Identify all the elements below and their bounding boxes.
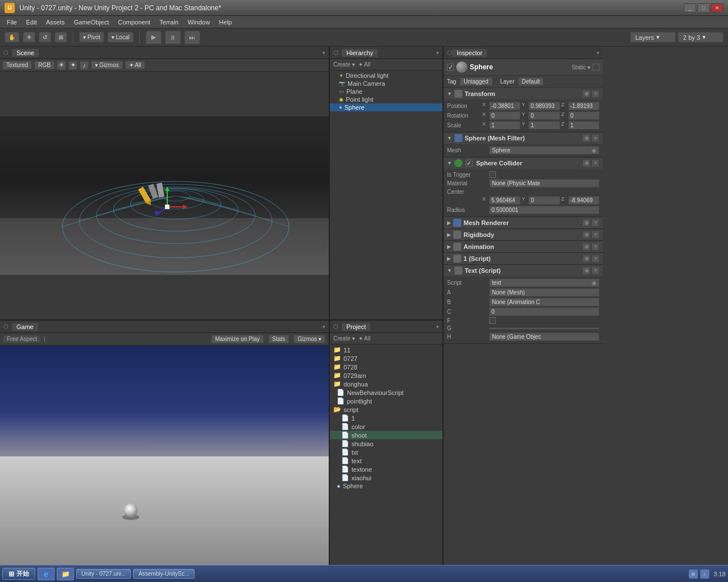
free-aspect-dropdown[interactable]: Free Aspect (3, 335, 40, 343)
menu-assets[interactable]: Assets (42, 18, 69, 27)
sphere-collider-header[interactable]: ▼ ✓ Sphere Collider ⚙ ? (444, 157, 603, 169)
pivot-button[interactable]: ▾ Pivot (79, 32, 104, 43)
animation-settings-button[interactable]: ⚙ (582, 243, 590, 251)
animation-header[interactable]: ▶ Animation ⚙ ? (444, 241, 603, 252)
menu-terrain[interactable]: Terrain (155, 18, 183, 27)
transform-help-button[interactable]: ? (592, 90, 599, 98)
project-item-pointlight[interactable]: 📄 pointlight (330, 397, 442, 405)
hierarchy-create-button[interactable]: Create ▾ (333, 61, 355, 68)
scene-fx-button[interactable]: ✦ (68, 61, 77, 70)
project-item-text[interactable]: 📄 text (330, 456, 442, 465)
mesh-renderer-help-button[interactable]: ? (592, 219, 599, 227)
text-script-settings-button[interactable]: ⚙ (582, 267, 590, 275)
g-value-field[interactable] (489, 327, 599, 330)
hierarchy-item-directional-light[interactable]: ☀ Directional light (330, 72, 442, 80)
script-1-header[interactable]: ▶ 1 (Script) ⚙ ? (444, 253, 603, 264)
static-checkbox[interactable] (593, 64, 599, 70)
gizmos-button[interactable]: ▾ Gizmos (91, 61, 123, 69)
rotation-z-field[interactable]: 0 (568, 111, 599, 120)
game-view[interactable] (0, 346, 329, 565)
material-value-field[interactable]: None (Physic Mate (489, 179, 599, 188)
menu-window[interactable]: Window (183, 18, 214, 27)
scale-tool-button[interactable]: ⊞ (55, 32, 67, 43)
menu-gameobject[interactable]: GameObject (69, 18, 114, 27)
mesh-filter-settings-button[interactable]: ⚙ (582, 134, 590, 142)
project-item-shubiao[interactable]: 📄 shubiao (330, 439, 442, 448)
menu-component[interactable]: Component (113, 18, 155, 27)
sphere-collider-settings-button[interactable]: ⚙ (582, 159, 590, 167)
project-tab[interactable]: Project (342, 323, 370, 331)
menu-file[interactable]: File (2, 18, 22, 27)
project-item-textone[interactable]: 📄 textone (330, 465, 442, 473)
position-x-field[interactable]: -0.38801 (489, 102, 520, 110)
c-value-field[interactable]: 0 (489, 307, 599, 316)
scene-tab[interactable]: Scene (12, 49, 39, 57)
project-item-script[interactable]: 📂 script (330, 405, 442, 414)
rigidbody-help-button[interactable]: ? (592, 231, 599, 239)
mesh-renderer-settings-button[interactable]: ⚙ (582, 219, 590, 227)
menu-help[interactable]: Help (214, 18, 237, 27)
scene-all-button[interactable]: ✦ All (125, 61, 145, 69)
transform-header[interactable]: ▼ Transform ⚙ ? (444, 88, 603, 99)
project-item-1[interactable]: 📄 1 (330, 414, 442, 422)
project-item-color[interactable]: 📄 color (330, 422, 442, 431)
scene-view[interactable] (0, 72, 329, 319)
rotation-y-field[interactable]: 0 (528, 111, 560, 120)
taskbar-ie-icon[interactable]: e (38, 568, 55, 580)
taskbar-assembly-item[interactable]: Assembly-UnitySc... (133, 569, 194, 579)
a-value-field[interactable]: None (Mesh) (489, 288, 599, 297)
scene-collapse[interactable]: ▾ (322, 50, 325, 56)
sphere-collider-help-button[interactable]: ? (592, 159, 599, 167)
mesh-filter-help-button[interactable]: ? (592, 134, 599, 142)
local-button[interactable]: ▾ Local (107, 32, 134, 43)
h-value-field[interactable]: None (Game Objec (489, 332, 599, 341)
project-item-newbehaviour[interactable]: 📄 NewBehaviourScript (330, 388, 442, 397)
taskbar-folder-icon[interactable]: 📁 (57, 568, 74, 580)
project-create-button[interactable]: Create ▾ (333, 335, 355, 342)
hierarchy-collapse[interactable]: ▾ (436, 50, 439, 56)
maximize-on-play-button[interactable]: Maximize on Play (211, 335, 263, 343)
rigidbody-settings-button[interactable]: ⚙ (582, 231, 590, 239)
project-item-txt[interactable]: 📄 txt (330, 448, 442, 456)
center-y-field[interactable]: 0 (528, 196, 560, 205)
inspector-collapse[interactable]: ▾ (597, 50, 599, 56)
game-tab[interactable]: Game (12, 323, 38, 331)
hierarchy-item-plane[interactable]: ▭ Plane (330, 88, 442, 95)
step-button[interactable]: ⏭ (184, 31, 200, 44)
rotation-x-field[interactable]: 0 (489, 111, 520, 120)
layers-dropdown[interactable]: Layers ▾ (630, 32, 676, 43)
project-item-shoot[interactable]: 📄 shoot (330, 431, 442, 439)
rotate-tool-button[interactable]: ↺ (39, 32, 51, 43)
scale-x-field[interactable]: 1 (489, 121, 520, 130)
move-tool-button[interactable]: ✛ (23, 32, 35, 43)
pause-button[interactable]: ⏸ (165, 31, 181, 44)
hand-tool-button[interactable]: ✋ (5, 32, 19, 43)
project-item-xiaohui[interactable]: 📄 xiaohui (330, 473, 442, 482)
radius-field[interactable]: 0.5000001 (489, 206, 599, 214)
rgb-button[interactable]: RGB (34, 61, 55, 69)
minimize-button[interactable]: _ (684, 3, 696, 13)
object-active-checkbox[interactable]: ✓ (447, 64, 454, 70)
taskbar-unity-item[interactable]: Unity - 0727.uni... (76, 569, 131, 579)
project-collapse[interactable]: ▾ (436, 324, 439, 330)
animation-help-button[interactable]: ? (592, 243, 599, 251)
project-item-0729am[interactable]: 📁 0729am (330, 371, 442, 380)
scene-light-button[interactable]: ☀ (57, 61, 66, 70)
mesh-filter-header[interactable]: ▼ Sphere (Mesh Filter) ⚙ ? (444, 132, 603, 144)
text-script-header[interactable]: ▼ Text (Script) ⚙ ? (444, 265, 603, 276)
script-value-field[interactable]: text ◉ (489, 278, 599, 287)
scene-audio-button[interactable]: ♪ (80, 61, 89, 70)
hierarchy-item-point-light[interactable]: ◉ Point light (330, 95, 442, 103)
project-item-0727[interactable]: 📁 0727 (330, 354, 442, 363)
scale-y-field[interactable]: 1 (528, 121, 560, 130)
rigidbody-header[interactable]: ▶ Rigidbody ⚙ ? (444, 229, 603, 240)
project-item-sphere-prefab[interactable]: ● Sphere (330, 482, 442, 490)
tag-dropdown[interactable]: Untagged (460, 77, 492, 86)
maximize-button[interactable]: □ (697, 3, 710, 13)
trigger-checkbox[interactable] (489, 171, 496, 178)
play-button[interactable]: ▶ (146, 31, 162, 44)
hierarchy-item-main-camera[interactable]: 📷 Main Camera (330, 80, 442, 88)
game-gizmos-button[interactable]: Gizmos ▾ (293, 335, 325, 343)
f-checkbox[interactable] (489, 317, 496, 324)
hierarchy-item-sphere[interactable]: ● Sphere (330, 103, 442, 111)
